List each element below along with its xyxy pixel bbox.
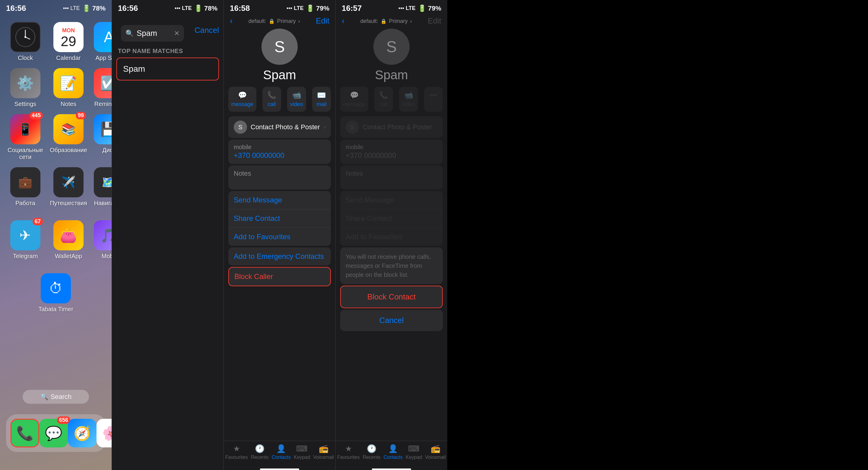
edit-button[interactable]: Edit [316,16,329,26]
search-cancel-button[interactable]: Cancel [194,26,219,35]
app-disk[interactable]: 💾 Диск [94,114,112,161]
block-tab-contacts[interactable]: 👤 Contacts [384,444,403,460]
block-poster-avatar: S [346,121,359,134]
photo-poster-avatar: S [234,121,247,134]
messages-icon-symbol: 💬 [45,425,62,441]
action-video[interactable]: 📹 video [287,87,306,112]
block-tab-keypad[interactable]: ⌨ Keypad [406,444,422,460]
block-contact-name: Spam [336,68,447,82]
app-tabata[interactable]: ⏱ Tabata Timer [38,273,73,313]
action-mail[interactable]: ✉️ mail [312,87,331,112]
block-more-icon: ••• [430,91,437,99]
block-tab-voicemail[interactable]: 📻 Voicemail [425,444,445,460]
cal-month: MON [62,27,75,34]
block-notes-item: Notes [340,165,443,190]
search-battery: 🔋 78% [194,4,217,12]
add-favourites-button[interactable]: Add to Favourites [228,228,331,246]
contacts-tab-icon: 👤 [276,444,286,454]
app-settings[interactable]: ⚙️ Settings [7,68,43,107]
app-travel[interactable]: ✈️ Путешествия [50,167,87,213]
notes-section[interactable]: Notes [228,165,331,190]
block-photo-poster-item: S Contact Photo & Poster › [340,116,443,138]
block-confirmation-screen: 16:57 ▪▪▪ LTE 🔋 79% ‹ default: 🔒 Primary… [336,0,447,470]
contacts-tab-label: Contacts [272,455,291,460]
send-message-button[interactable]: Send Message [228,191,331,209]
recents-tab-label: Recents [251,455,269,460]
app-travel-label: Путешествия [50,200,87,207]
message-action-icon: 💬 [238,91,247,99]
favourites-tab-icon: ★ [233,444,240,454]
action-message[interactable]: 💬 message [228,87,256,112]
phone-icon-symbol: 📞 [16,425,33,441]
share-contact-button[interactable]: Share Contact [228,209,331,228]
signal-icon: ▪▪▪ LTE [63,5,80,11]
app-wallet[interactable]: 👛 WalletApp [50,220,87,267]
dock-phone[interactable]: 📞 [10,419,39,447]
home-search-bar[interactable]: 🔍 Search [23,390,89,404]
block-edit-button[interactable]: Edit [428,16,441,26]
contact-photo-poster-item[interactable]: S Contact Photo & Poster › [228,116,331,138]
back-button[interactable]: ‹ [230,16,232,26]
action-call[interactable]: 📞 call [262,87,281,112]
block-status-time: 16:57 [342,4,362,13]
block-caller-button[interactable]: Block Caller [228,267,331,286]
block-notes-label: Notes [346,170,437,177]
app-work[interactable]: 💼 Работа [7,167,43,213]
app-nav[interactable]: 🗺️ Навигация [94,167,112,213]
block-recents-label: Recents [363,455,381,460]
block-cancel-button[interactable]: Cancel [340,310,443,331]
block-status-right: ▪▪▪ LTE 🔋 79% [398,4,441,12]
search-clear-icon[interactable]: ✕ [174,30,180,37]
block-contacts-label: Contacts [384,455,403,460]
app-education[interactable]: 📚 99 Образование [50,114,87,161]
search-input-container[interactable]: 🔍 Spam ✕ [121,25,184,41]
block-send-message: Send Message [340,191,443,209]
block-photo-poster-label: Contact Photo & Poster [363,123,432,131]
call-action-label: call [268,101,276,107]
app-reminders[interactable]: ☑️ Reminders [94,68,112,107]
appstore-icon-symbol: A [104,28,112,46]
tab-contacts[interactable]: 👤 Contacts [272,444,291,460]
block-tab-favourites[interactable]: ★ Favourites [337,444,360,460]
dock-safari[interactable]: 🧭 [68,419,96,447]
block-message-label: message [343,101,365,107]
contact-actions: 💬 message 📞 call 📹 video ✉️ mail [228,87,331,112]
phone-number[interactable]: +370 00000000 [234,151,326,160]
app-moby[interactable]: 🎵 Moby [94,220,112,267]
block-contact-button[interactable]: Block Contact [340,286,443,308]
block-back-button[interactable]: ‹ [342,16,344,26]
dock-messages[interactable]: 💬 656 [39,419,68,447]
call-action-icon: 📞 [267,91,276,99]
app-appstore[interactable]: A App Store [94,22,112,62]
phone-item[interactable]: mobile +370 00000000 [228,139,331,164]
contact-nav: ‹ default: 🔒 Primary › Edit [224,13,335,29]
app-clock[interactable]: Clock [7,22,43,62]
add-emergency-button[interactable]: Add to Emergency Contacts [228,247,331,265]
app-notes[interactable]: 📝 Notes [50,68,87,107]
app-telegram-label: Telegram [13,253,38,260]
recents-tab-icon: 🕐 [255,444,265,454]
block-scroll-area: S Spam 💬 message 📞 call 📹 video ••• [336,29,447,441]
block-action-call: 📞 call [374,87,393,112]
block-call-label: call [380,101,388,107]
search-input[interactable]: Spam [136,29,171,38]
dock-photos[interactable]: 🌸 [96,419,112,447]
block-keypad-icon: ⌨ [408,444,420,454]
notes-item[interactable]: Notes [228,165,331,190]
app-calendar[interactable]: MON 29 Calendar [50,22,87,62]
notes-label: Notes [234,170,326,177]
default-label: default: [249,18,266,24]
tab-favourites[interactable]: ★ Favourites [225,444,248,460]
contact-photo-poster-section[interactable]: S Contact Photo & Poster › [228,116,331,138]
search-icon: 🔍 [40,393,48,401]
block-avatar-letter: S [386,38,397,56]
tab-voicemail[interactable]: 📻 Voicemail [313,444,334,460]
tab-recents[interactable]: 🕐 Recents [251,444,269,460]
app-telegram[interactable]: ✈ 67 Telegram [7,220,43,267]
reminders-icon-symbol: ☑️ [100,75,112,91]
block-tab-recents[interactable]: 🕐 Recents [363,444,381,460]
app-social[interactable]: 📱 445 Социальные сети [7,114,43,161]
tab-keypad[interactable]: ⌨ Keypad [294,444,310,460]
block-action-message: 💬 message [340,87,368,112]
search-result[interactable]: Spam [116,58,219,80]
